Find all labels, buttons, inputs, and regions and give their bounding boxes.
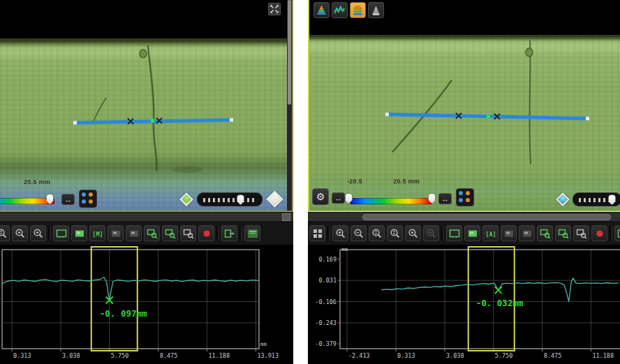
screen-icon [56, 228, 67, 239]
scratch-mark [93, 98, 106, 123]
tool-disabled-2-button[interactable] [519, 225, 535, 241]
left-measurement-panel: 20.5 mm ↔ [M] 0.3133.0385.7508.47511.188… [0, 0, 293, 364]
magd-icon [33, 228, 44, 239]
line-midpoint[interactable] [487, 115, 490, 119]
grid-settings-button[interactable] [309, 225, 325, 241]
colormap-button[interactable] [244, 225, 260, 241]
x-tick-label: 8.475 [544, 352, 562, 359]
zoom-pan-button[interactable] [369, 225, 385, 241]
svg-text:[A]: [A] [485, 230, 496, 237]
y-axis-unit-label: mm [341, 246, 348, 252]
right-scan-viewport[interactable]: ⚙ ↔ -20.5 20.5 mm ↔ [308, 0, 620, 212]
height-map-view-button[interactable] [313, 2, 330, 18]
option-dot-icon [459, 191, 463, 195]
measurement-line[interactable] [385, 113, 589, 121]
export-image-button[interactable] [221, 225, 237, 241]
range-fit-glyph: ↔ [65, 196, 72, 204]
measure-mode-button[interactable]: [M] [89, 225, 105, 241]
fit-screen-button[interactable] [446, 225, 462, 241]
position-slider-pin[interactable] [237, 195, 244, 205]
range-fit-button[interactable]: ↔ [61, 194, 75, 205]
rectmag-icon [576, 228, 587, 239]
position-slider-pin[interactable] [608, 195, 616, 205]
x-axis-unit-label: mm [260, 341, 267, 347]
zoom-pan-button[interactable] [0, 225, 10, 241]
line-midpoint[interactable] [151, 119, 154, 123]
y-tick-label: 0.031 [318, 277, 337, 284]
depth-marker-cross [495, 287, 502, 294]
x-tick-label: 3.038 [446, 352, 464, 359]
maga-icon [371, 228, 383, 239]
option-dot-icon [82, 199, 86, 204]
position-slider[interactable] [573, 192, 620, 206]
axis-frame [2, 250, 259, 349]
fit-screen-button[interactable] [53, 225, 69, 241]
roi-selection-box[interactable] [91, 247, 138, 351]
line-endpoint[interactable] [73, 121, 77, 125]
record-button[interactable] [591, 225, 607, 241]
settings-button[interactable]: ⚙ [312, 188, 329, 205]
horizontal-scrollbar-thumb[interactable] [362, 214, 611, 220]
left-scan-viewport[interactable]: 20.5 mm ↔ [0, 0, 293, 212]
tool-disabled-1-button[interactable] [108, 225, 124, 241]
image-icon [128, 228, 140, 239]
region-zoom-3-button[interactable] [180, 225, 196, 241]
mountain-icon [315, 3, 328, 17]
auto-mode-button[interactable]: [A] [482, 225, 499, 241]
display-options-button[interactable] [456, 188, 474, 206]
toolbar-separator [327, 227, 330, 241]
tool-disabled-2-button[interactable] [126, 225, 142, 241]
profile-icon [333, 3, 346, 17]
display-options-button[interactable] [79, 190, 97, 208]
tool-disabled-1-button[interactable] [501, 225, 517, 241]
vertical-scrollbar[interactable] [287, 0, 292, 211]
export-image-button[interactable] [614, 225, 620, 241]
x-tick-label: 5.750 [111, 352, 129, 359]
option-dot-icon [89, 192, 93, 197]
dual-view-workspace: 20.5 mm ↔ [M] 0.3133.0385.7508.47511.188… [0, 0, 620, 364]
zoom-area-button[interactable] [423, 225, 439, 241]
magd-icon [408, 228, 419, 239]
horizontal-scrollbar[interactable] [0, 212, 293, 222]
profile-view-button[interactable] [332, 2, 348, 18]
line-endpoint[interactable] [586, 117, 589, 121]
slider-ticks [203, 198, 256, 202]
zoom-point-button[interactable] [405, 225, 421, 241]
image-view-button[interactable] [464, 225, 480, 241]
position-slider[interactable] [197, 192, 263, 206]
maga-icon [390, 228, 401, 239]
zoom-area-button[interactable] [30, 225, 46, 241]
zoom-point-button[interactable] [12, 225, 28, 241]
range-fit-button-2[interactable]: ↔ [438, 193, 452, 204]
grid-icon [312, 228, 323, 239]
region-zoom-3-button[interactable] [573, 225, 589, 241]
left-toolbar: [M] [0, 222, 293, 245]
view-mode-row [313, 2, 384, 18]
x-tick-label: 11.188 [208, 352, 230, 359]
shape-3d-view-button[interactable] [368, 2, 384, 18]
rectmag-icon [147, 228, 158, 239]
zoom-out-button[interactable] [350, 225, 367, 241]
line-endpoint[interactable] [385, 113, 389, 116]
toolbar-separator [610, 227, 612, 241]
record-button[interactable] [198, 225, 214, 241]
region-zoom-1-button[interactable] [537, 225, 553, 241]
toolbar-separator [239, 227, 242, 241]
region-zoom-1-button[interactable] [144, 225, 160, 241]
vertical-scrollbar-thumb[interactable] [288, 0, 291, 105]
range-fit-button[interactable]: ↔ [332, 192, 345, 204]
y-tick-label: -0.379 [315, 340, 337, 347]
horizontal-scrollbar[interactable] [308, 212, 620, 222]
layer-view-button[interactable] [350, 2, 366, 18]
region-zoom-2-button[interactable] [555, 225, 571, 241]
zoom-in-button[interactable] [332, 225, 348, 241]
scratch-mark [529, 40, 531, 164]
zoom-fit-button[interactable] [387, 225, 403, 241]
region-zoom-2-button[interactable] [162, 225, 178, 241]
expand-view-button[interactable] [268, 3, 281, 15]
x-tick-label: 5.750 [495, 352, 513, 359]
image-icon [467, 228, 478, 239]
line-endpoint[interactable] [230, 119, 233, 122]
image-view-button[interactable] [71, 225, 87, 241]
scrollbar-end-button[interactable] [282, 213, 290, 221]
